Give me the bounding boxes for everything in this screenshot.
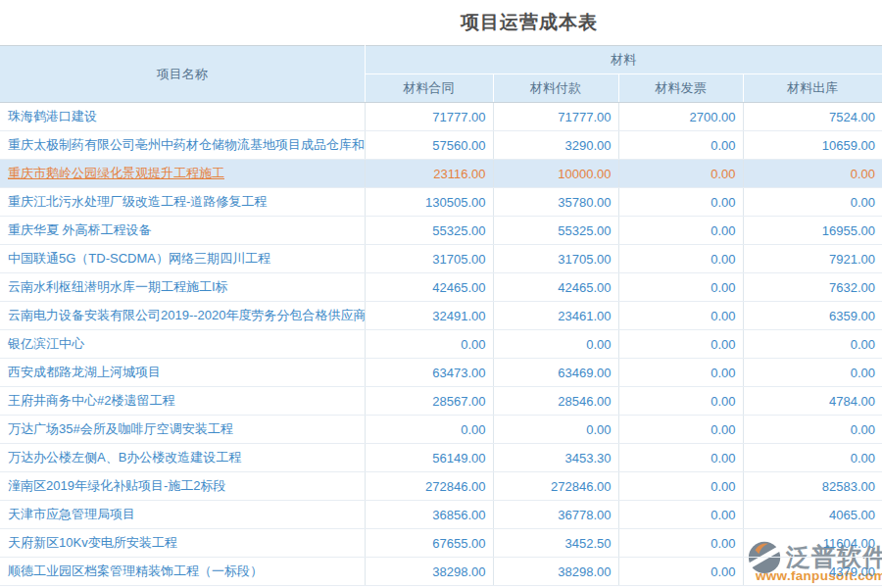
amount-cell: 0.00: [743, 160, 882, 188]
amount-cell: 55325.00: [365, 217, 493, 245]
page-title: 项目运营成本表: [0, 0, 882, 45]
project-name-cell[interactable]: 王府井商务中心#2楼遗留工程: [0, 387, 365, 416]
table-row[interactable]: 万达广场35#会所及咖啡厅空调安装工程0.000.000.000.00: [0, 416, 882, 444]
table-row[interactable]: 潼南区2019年绿化补贴项目-施工2标段272846.00272846.000.…: [0, 472, 882, 501]
amount-cell: 0.00: [365, 330, 493, 359]
project-name-cell[interactable]: 潼南区2019年绿化补贴项目-施工2标段: [0, 472, 365, 501]
amount-cell: 32491.00: [365, 302, 493, 330]
table-row[interactable]: 天津市应急管理局项目36856.0036778.000.004065.00: [0, 501, 882, 529]
project-name-cell[interactable]: 天府新区10Kv变电所安装工程: [0, 529, 365, 558]
amount-cell: 67655.00: [365, 529, 493, 558]
table-header: 项目名称 材料 材料合同 材料付款 材料发票 材料出库: [0, 46, 882, 103]
amount-cell: 0.00: [743, 330, 882, 359]
column-group-header-material: 材料: [365, 46, 882, 74]
table-row[interactable]: 顺德工业园区档案管理精装饰工程（一标段）38298.0038298.000.00…: [0, 558, 882, 586]
amount-cell: 63469.00: [493, 359, 618, 387]
table-row[interactable]: 重庆太极制药有限公司亳州中药材仓储物流基地项目成品仓库和57560.003290…: [0, 131, 882, 160]
amount-cell: 56149.00: [365, 444, 493, 472]
column-header-material-invoice: 材料发票: [618, 74, 743, 103]
amount-cell: 2700.00: [618, 103, 743, 131]
amount-cell: 0.00: [618, 217, 743, 245]
project-name-cell[interactable]: 云南水利枢纽潜明水库一期工程施工I标: [0, 273, 365, 302]
amount-cell: 0.00: [618, 501, 743, 529]
amount-cell: 0.00: [618, 273, 743, 302]
table-row[interactable]: 中国联通5G（TD-SCDMA）网络三期四川工程31705.0031705.00…: [0, 245, 882, 273]
table-row[interactable]: 银亿滨江中心0.000.000.000.00: [0, 330, 882, 359]
amount-cell: 10000.00: [493, 160, 618, 188]
table-row[interactable]: 云南水利枢纽潜明水库一期工程施工I标42465.0042465.000.0076…: [0, 273, 882, 302]
project-name-cell[interactable]: 重庆江北污水处理厂级改造工程-道路修复工程: [0, 188, 365, 217]
amount-cell: 38298.00: [365, 558, 493, 586]
amount-cell: 36778.00: [493, 501, 618, 529]
amount-cell: 28567.00: [365, 387, 493, 416]
project-name-cell[interactable]: 万达办公楼左侧A、B办公楼改造建设工程: [0, 444, 365, 472]
amount-cell: 0.00: [618, 245, 743, 273]
table-row[interactable]: 珠海鹤港口建设71777.0071777.002700.007524.00: [0, 103, 882, 131]
amount-cell: 31705.00: [493, 245, 618, 273]
amount-cell: 71777.00: [493, 103, 618, 131]
amount-cell: 23116.00: [365, 160, 493, 188]
project-name-cell[interactable]: 西安成都路龙湖上河城项目: [0, 359, 365, 387]
column-header-project-name: 项目名称: [0, 46, 365, 103]
amount-cell: 42465.00: [493, 273, 618, 302]
amount-cell: 55325.00: [493, 217, 618, 245]
amount-cell: 0.00: [743, 416, 882, 444]
table-row[interactable]: 重庆江北污水处理厂级改造工程-道路修复工程130505.0035780.000.…: [0, 188, 882, 217]
amount-cell: 7921.00: [743, 245, 882, 273]
project-name-cell[interactable]: 中国联通5G（TD-SCDMA）网络三期四川工程: [0, 245, 365, 273]
amount-cell: 3452.50: [493, 529, 618, 558]
table-body: 珠海鹤港口建设71777.0071777.002700.007524.00重庆太…: [0, 103, 882, 586]
table-row[interactable]: 天府新区10Kv变电所安装工程67655.003452.500.0011604.…: [0, 529, 882, 558]
project-name-cell[interactable]: 银亿滨江中心: [0, 330, 365, 359]
amount-cell: 0.00: [743, 444, 882, 472]
amount-cell: 7632.00: [743, 273, 882, 302]
column-header-material-payment: 材料付款: [493, 74, 618, 103]
amount-cell: 71777.00: [365, 103, 493, 131]
project-name-cell[interactable]: 天津市应急管理局项目: [0, 501, 365, 529]
project-name-cell[interactable]: 云南电力设备安装有限公司2019--2020年度劳务分包合格供应商: [0, 302, 365, 330]
project-name-cell[interactable]: 顺德工业园区档案管理精装饰工程（一标段）: [0, 558, 365, 586]
project-name-cell[interactable]: 珠海鹤港口建设: [0, 103, 365, 131]
amount-cell: 0.00: [618, 529, 743, 558]
amount-cell: 23461.00: [493, 302, 618, 330]
amount-cell: 4065.00: [743, 501, 882, 529]
amount-cell: 0.00: [618, 444, 743, 472]
amount-cell: 42465.00: [365, 273, 493, 302]
amount-cell: 0.00: [618, 188, 743, 217]
project-name-cell[interactable]: 重庆华夏 外高桥工程设备: [0, 217, 365, 245]
amount-cell: 0.00: [493, 330, 618, 359]
amount-cell: 28546.00: [493, 387, 618, 416]
amount-cell: 7524.00: [743, 103, 882, 131]
table-row[interactable]: 重庆市鹅岭公园绿化景观提升工程施工23116.0010000.000.000.0…: [0, 160, 882, 188]
amount-cell: 0.00: [618, 131, 743, 160]
amount-cell: 36856.00: [365, 501, 493, 529]
amount-cell: 0.00: [493, 416, 618, 444]
amount-cell: 10659.00: [743, 131, 882, 160]
project-name-cell[interactable]: 重庆太极制药有限公司亳州中药材仓储物流基地项目成品仓库和: [0, 131, 365, 160]
amount-cell: 0.00: [618, 558, 743, 586]
amount-cell: 4379.00: [743, 558, 882, 586]
amount-cell: 130505.00: [365, 188, 493, 217]
amount-cell: 3290.00: [493, 131, 618, 160]
amount-cell: 0.00: [365, 416, 493, 444]
table-row[interactable]: 云南电力设备安装有限公司2019--2020年度劳务分包合格供应商32491.0…: [0, 302, 882, 330]
amount-cell: 31705.00: [365, 245, 493, 273]
amount-cell: 0.00: [618, 302, 743, 330]
table-row[interactable]: 重庆华夏 外高桥工程设备55325.0055325.000.0016955.00: [0, 217, 882, 245]
column-header-material-outbound: 材料出库: [743, 74, 882, 103]
amount-cell: 4784.00: [743, 387, 882, 416]
amount-cell: 63473.00: [365, 359, 493, 387]
project-name-cell[interactable]: 重庆市鹅岭公园绿化景观提升工程施工: [0, 160, 365, 188]
table-row[interactable]: 西安成都路龙湖上河城项目63473.0063469.000.000.00: [0, 359, 882, 387]
amount-cell: 38298.00: [493, 558, 618, 586]
amount-cell: 0.00: [743, 188, 882, 217]
project-name-cell[interactable]: 万达广场35#会所及咖啡厅空调安装工程: [0, 416, 365, 444]
column-header-material-contract: 材料合同: [365, 74, 493, 103]
table-row[interactable]: 王府井商务中心#2楼遗留工程28567.0028546.000.004784.0…: [0, 387, 882, 416]
table-row[interactable]: 万达办公楼左侧A、B办公楼改造建设工程56149.003453.300.000.…: [0, 444, 882, 472]
amount-cell: 272846.00: [493, 472, 618, 501]
amount-cell: 0.00: [618, 387, 743, 416]
amount-cell: 16955.00: [743, 217, 882, 245]
amount-cell: 272846.00: [365, 472, 493, 501]
amount-cell: 3453.30: [493, 444, 618, 472]
